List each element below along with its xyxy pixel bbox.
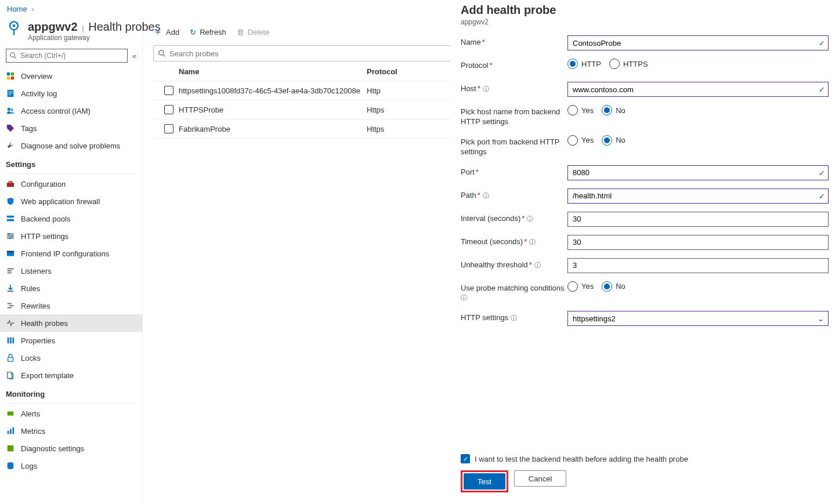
svg-point-3 [10, 53, 15, 57]
radio-match-no[interactable]: No [602, 281, 625, 292]
nav-waf[interactable]: Web application firewall [0, 193, 142, 210]
test-first-label: I want to test the backend health before… [475, 455, 688, 463]
rewrite-icon [6, 302, 15, 310]
test-button[interactable]: Test [464, 473, 505, 490]
svg-rect-12 [9, 95, 11, 95]
toolbar-delete: 🗑Delete [237, 28, 270, 37]
nav-activity-log[interactable]: Activity log [0, 85, 142, 102]
nav-export-template[interactable]: Export template [0, 367, 142, 384]
row-checkbox[interactable] [164, 105, 173, 114]
radio-https[interactable]: HTTPS [609, 59, 648, 69]
nav-search-input[interactable] [20, 52, 124, 60]
svg-rect-39 [8, 357, 13, 361]
refresh-icon: ↻ [190, 28, 196, 37]
nav-locks[interactable]: Locks [0, 349, 142, 367]
svg-rect-18 [7, 219, 14, 222]
people-icon [6, 107, 15, 115]
radio-pick-port-yes[interactable]: Yes [567, 135, 594, 146]
toolbar-add[interactable]: ＋Add [153, 26, 179, 38]
col-header-name[interactable]: Name [179, 67, 367, 76]
unhealthy-input[interactable] [567, 258, 829, 273]
svg-point-23 [11, 235, 13, 237]
svg-rect-6 [11, 72, 14, 75]
nav-overview[interactable]: Overview [0, 67, 142, 85]
info-icon[interactable]: ⓘ [483, 192, 489, 199]
timeout-input[interactable] [567, 235, 829, 250]
servers-icon [6, 215, 15, 223]
info-icon[interactable]: ⓘ [461, 294, 467, 301]
svg-point-22 [8, 233, 10, 235]
nav-diagnose[interactable]: Diagnose and solve problems [0, 137, 142, 154]
info-icon[interactable]: ⓘ [529, 238, 536, 245]
svg-point-1 [13, 24, 16, 27]
nav-configuration[interactable]: Configuration [0, 175, 142, 193]
svg-rect-5 [7, 72, 10, 75]
download-icon [6, 284, 15, 292]
test-first-checkbox[interactable]: ✓ [461, 454, 470, 463]
host-input[interactable] [567, 82, 829, 97]
collapse-nav-icon[interactable]: « [132, 52, 136, 60]
interval-input[interactable] [567, 212, 829, 227]
nav-listeners[interactable]: Listeners [0, 262, 142, 280]
nav-iam[interactable]: Access control (IAM) [0, 102, 142, 119]
nav-metrics[interactable]: Metrics [0, 422, 142, 440]
wrench-icon [6, 142, 15, 150]
nav-health-probes[interactable]: Health probes [0, 314, 142, 332]
nav-http-settings[interactable]: HTTP settings [0, 227, 142, 245]
svg-rect-44 [13, 427, 15, 434]
nav-search[interactable] [6, 49, 128, 63]
shield-icon [6, 197, 15, 205]
path-input[interactable] [567, 188, 829, 204]
svg-rect-26 [7, 251, 14, 253]
svg-point-14 [10, 108, 13, 111]
svg-rect-15 [7, 183, 14, 187]
nav-frontend-ip[interactable]: Frontend IP configurations [0, 245, 142, 262]
http-settings-select[interactable] [567, 311, 829, 326]
nav-properties[interactable]: Properties [0, 332, 142, 349]
radio-http[interactable]: HTTP [567, 59, 601, 69]
info-icon[interactable]: ⓘ [527, 215, 533, 222]
svg-rect-36 [8, 338, 9, 344]
nav-section-settings: Settings [0, 154, 142, 172]
svg-point-47 [159, 50, 164, 55]
search-icon [10, 52, 17, 59]
svg-rect-41 [8, 412, 14, 416]
check-icon: ✓ [819, 85, 825, 94]
nav-diagnostic-settings[interactable]: Diagnostic settings [0, 440, 142, 457]
nav-logs[interactable]: Logs [0, 457, 142, 474]
svg-point-24 [9, 237, 11, 240]
breadcrumb-home[interactable]: Home [7, 5, 27, 13]
row-checkbox[interactable] [164, 124, 173, 133]
check-icon: ✓ [819, 39, 825, 48]
row-checkbox[interactable] [164, 86, 173, 95]
toolbar-refresh[interactable]: ↻Refresh [190, 28, 226, 37]
info-icon[interactable]: ⓘ [483, 85, 489, 92]
svg-rect-17 [7, 216, 14, 218]
nav-backend-pools[interactable]: Backend pools [0, 210, 142, 227]
nav-rules[interactable]: Rules [0, 280, 142, 297]
info-icon[interactable]: ⓘ [534, 262, 541, 269]
check-icon: ✓ [819, 168, 825, 177]
sliders-icon [6, 232, 15, 240]
lock-icon [6, 354, 15, 362]
port-input[interactable] [567, 165, 829, 180]
probe-name-input[interactable] [567, 35, 829, 50]
cancel-button[interactable]: Cancel [514, 470, 566, 487]
app-gateway-icon [6, 20, 22, 37]
log-icon [6, 89, 15, 97]
radio-pick-host-yes[interactable]: Yes [567, 105, 594, 115]
nav-alerts[interactable]: Alerts [0, 405, 142, 422]
tag-icon [6, 124, 15, 132]
svg-rect-7 [7, 77, 10, 79]
radio-match-yes[interactable]: Yes [567, 281, 594, 292]
card-icon [6, 249, 15, 258]
resource-header: appgwv2 | Health probes Application gate… [0, 18, 142, 46]
svg-rect-10 [9, 92, 13, 92]
radio-pick-port-no[interactable]: No [602, 135, 625, 146]
nav-rewrites[interactable]: Rewrites [0, 297, 142, 314]
radio-pick-host-no[interactable]: No [602, 105, 625, 115]
alert-icon [6, 409, 15, 418]
svg-rect-45 [8, 445, 14, 452]
nav-tags[interactable]: Tags [0, 119, 142, 137]
info-icon[interactable]: ⓘ [511, 314, 517, 321]
